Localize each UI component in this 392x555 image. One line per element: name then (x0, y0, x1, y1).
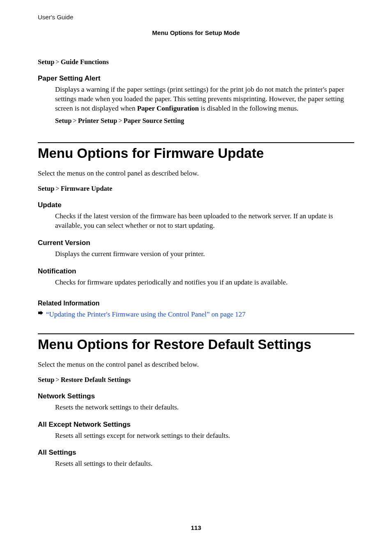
breadcrumb-setup: Setup (38, 58, 54, 66)
page-number: 113 (0, 524, 392, 531)
heading-restore-defaults: Menu Options for Restore Default Setting… (38, 337, 354, 352)
subhead-current-version: Current Version (38, 239, 354, 247)
subhead-all-settings: All Settings (38, 449, 354, 457)
all-settings-body: Resets all settings to their defaults. (55, 459, 354, 469)
firmware-intro: Select the menus on the control panel as… (38, 169, 354, 178)
subhead-paper-setting-alert: Paper Setting Alert (38, 74, 354, 83)
update-body: Checks if the latest version of the firm… (55, 212, 354, 231)
subhead-network-settings: Network Settings (38, 392, 354, 400)
notification-body: Checks for firmware updates periodically… (55, 278, 354, 287)
breadcrumb-guide-functions: Setup>Guide Functions (38, 58, 354, 66)
paper-setting-alert-body: Displays a warning if the paper settings… (55, 85, 354, 113)
subhead-all-except-network: All Except Network Settings (38, 421, 354, 429)
subhead-update: Update (38, 201, 354, 209)
network-settings-body: Resets the network settings to their def… (55, 403, 354, 412)
all-except-network-body: Resets all settings except for network s… (55, 431, 354, 441)
heading-firmware-update: Menu Options for Firmware Update (38, 146, 354, 161)
restore-intro: Select the menus on the control panel as… (38, 361, 354, 369)
section-divider (38, 142, 354, 143)
arrow-right-icon (38, 311, 44, 318)
breadcrumb-restore-defaults: Setup>Restore Default Settings (38, 376, 354, 384)
subhead-notification: Notification (38, 267, 354, 275)
header-users-guide: User's Guide (38, 14, 354, 21)
section-divider (38, 333, 354, 334)
current-version-body: Displays the current firmware version of… (55, 250, 354, 259)
breadcrumb-sep: > (54, 58, 60, 66)
breadcrumb-firmware-update: Setup>Firmware Update (38, 185, 354, 193)
header-chapter-title: Menu Options for Setup Mode (38, 29, 354, 36)
breadcrumb-guide-functions-label: Guide Functions (61, 58, 109, 66)
related-information-heading: Related Information (38, 300, 354, 307)
paper-setting-alert-path: Setup>Printer Setup>Paper Source Setting (55, 117, 354, 125)
link-updating-firmware[interactable]: “Updating the Printer's Firmware using t… (46, 310, 246, 319)
